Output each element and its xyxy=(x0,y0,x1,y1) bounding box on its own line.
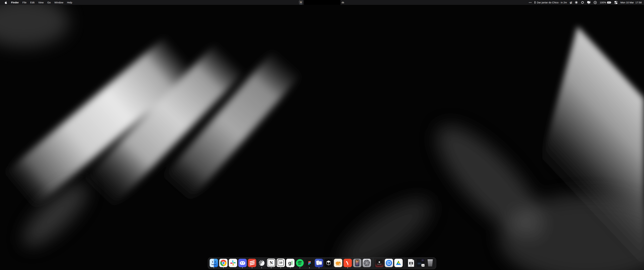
running-indicator xyxy=(242,267,243,268)
dock: N 10 g xyxy=(208,257,436,269)
running-indicator xyxy=(290,267,291,268)
running-indicator xyxy=(252,267,252,268)
raycast-spark-icon xyxy=(378,261,380,263)
running-indicator xyxy=(280,267,281,268)
dock-separator xyxy=(373,258,373,267)
dock-granola[interactable]: g xyxy=(286,259,295,268)
display-icon xyxy=(587,1,591,4)
granola-g-glyph: g xyxy=(288,261,291,265)
running-indicator xyxy=(261,267,262,268)
clock-menubar-item[interactable]: Mon 10 Mar 17:58 xyxy=(620,0,642,5)
slack-icon xyxy=(230,260,236,266)
menu-bar: Finder File Edit View Go Window Help •••… xyxy=(0,0,644,5)
menu-view[interactable]: View xyxy=(36,0,46,5)
audio-level-bars-icon[interactable] xyxy=(342,2,344,3)
dock-chrome[interactable] xyxy=(219,259,228,268)
apple-logo-icon xyxy=(5,1,7,4)
menu-edit[interactable]: Edit xyxy=(28,0,36,5)
granola-g-icon: g xyxy=(570,1,572,4)
battery-menubar-item[interactable]: 100% xyxy=(600,0,612,5)
granola-caret-icon xyxy=(572,1,572,4)
dock-linear[interactable] xyxy=(257,259,266,268)
running-indicator xyxy=(214,267,214,268)
superhuman-flying-figure-icon xyxy=(344,260,351,266)
notion-calendar-date: 10 xyxy=(278,259,284,266)
apple-menu[interactable] xyxy=(3,0,9,5)
running-indicator xyxy=(319,267,319,268)
dock-minimized-window[interactable]: 11 xyxy=(416,258,425,268)
dock-notion-calendar[interactable]: 10 xyxy=(276,258,285,268)
clock-time: 17:58 xyxy=(635,1,642,4)
event-separator-bar xyxy=(535,1,535,4)
running-indicator xyxy=(300,267,300,268)
one-password-menubar-item[interactable] xyxy=(594,0,597,5)
menu-finder[interactable]: Finder xyxy=(9,0,21,5)
notion-n-glyph: N xyxy=(268,259,275,266)
starburst-icon xyxy=(575,1,578,4)
control-center-menubar-item[interactable] xyxy=(614,0,618,5)
dock-todoist[interactable] xyxy=(248,259,256,268)
dock-1password[interactable] xyxy=(384,259,393,268)
starburst-menubar-item[interactable] xyxy=(575,0,578,5)
dock-figma[interactable] xyxy=(305,259,314,268)
display-menubar-item[interactable] xyxy=(587,0,591,5)
granola-caret xyxy=(292,261,292,265)
dock-iphone-mirroring[interactable] xyxy=(353,259,362,268)
dock-discord[interactable] xyxy=(238,259,247,268)
running-indicator xyxy=(223,267,224,268)
menu-file[interactable]: File xyxy=(21,0,28,5)
camera-notch xyxy=(304,0,340,5)
minimized-window-app-badge: 11 xyxy=(422,264,425,267)
granola-menubar-item[interactable]: g xyxy=(570,0,572,5)
clock-date: Mon 10 Mar xyxy=(620,1,634,4)
battery-percent: 100% xyxy=(600,1,606,4)
menu-help[interactable]: Help xyxy=(65,0,74,5)
battery-charging-icon xyxy=(607,1,612,4)
wallpaper xyxy=(0,0,644,270)
dock-google-drive[interactable] xyxy=(394,259,403,268)
dock-notion[interactable]: N xyxy=(267,258,276,268)
dock-trash[interactable] xyxy=(426,259,434,268)
dock-system-settings[interactable] xyxy=(362,259,371,268)
shape-menubar-item[interactable] xyxy=(581,0,584,5)
avatar-menu-item[interactable] xyxy=(299,0,303,5)
cube-icon xyxy=(325,260,332,266)
dock-zip-file[interactable] xyxy=(407,259,416,268)
dock-superhuman[interactable] xyxy=(343,259,352,268)
macos-desktop: Finder File Edit View Go Window Help •••… xyxy=(0,0,644,270)
running-indicator xyxy=(347,267,348,268)
dock-mammoth[interactable] xyxy=(334,259,342,268)
menu-go[interactable]: Go xyxy=(46,0,52,5)
running-indicator xyxy=(309,267,310,268)
event-menu-item[interactable]: Dar jantar do Chico · in 2m xyxy=(535,0,567,5)
dock-cube-app[interactable] xyxy=(324,259,333,268)
minimized-window-thumbnail: 11 xyxy=(416,258,425,267)
google-drive-icon xyxy=(395,259,402,266)
raycast-label: raycast xyxy=(377,263,382,265)
dock-finder[interactable] xyxy=(210,259,218,268)
dock-raycast[interactable]: raycast xyxy=(375,259,384,268)
shape-outline-icon xyxy=(581,1,584,4)
dock-slack[interactable] xyxy=(228,259,237,268)
mammoth-icon xyxy=(335,259,342,266)
control-center-icon xyxy=(614,1,618,4)
zip-file-icon xyxy=(408,259,414,267)
running-indicator xyxy=(271,267,272,268)
trash-icon xyxy=(427,259,433,266)
overflow-menu-icon[interactable]: ••• xyxy=(529,0,532,5)
gear-icon xyxy=(364,260,370,266)
figma-icon xyxy=(306,260,312,266)
event-text: Dar jantar do Chico · in 2m xyxy=(537,1,567,4)
menu-window[interactable]: Window xyxy=(52,0,65,5)
one-password-icon xyxy=(594,1,597,4)
dock-screen-studio[interactable] xyxy=(314,259,323,268)
dock-spotify[interactable] xyxy=(296,259,304,268)
